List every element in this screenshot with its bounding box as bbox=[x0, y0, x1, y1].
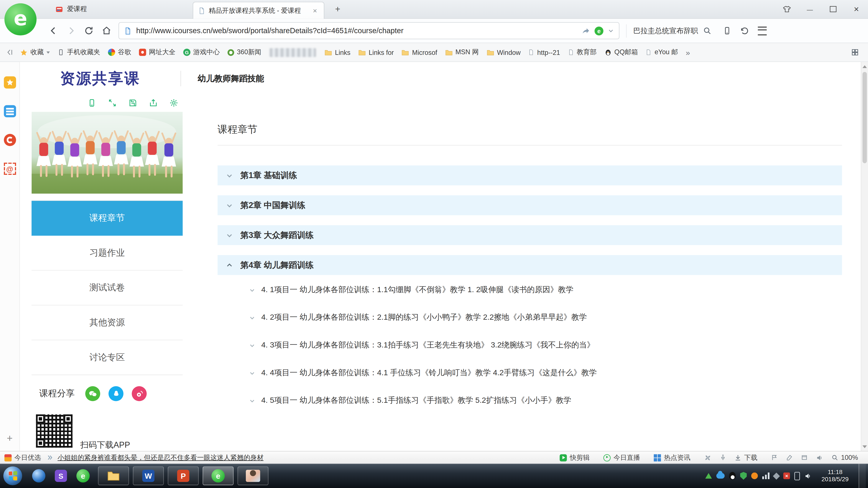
bookmark-folder-links[interactable]: Links bbox=[320, 45, 354, 59]
apps-grid-icon[interactable] bbox=[845, 48, 865, 56]
scrollbar-thumb[interactable] bbox=[862, 72, 867, 163]
hot-search-text[interactable]: 巴拉圭总统宣布辞职 bbox=[633, 26, 698, 36]
weibo-share-icon[interactable] bbox=[132, 386, 147, 401]
bookmark-sites[interactable]: 网址大全 bbox=[135, 45, 179, 59]
taskbar-word-button[interactable] bbox=[133, 466, 164, 485]
window-icon[interactable] bbox=[801, 454, 808, 461]
section-row-4[interactable]: 4. 4项目一 幼儿身体各部位训练：4.1 手位练习《铃儿响叮当》教学 4.2手… bbox=[249, 368, 842, 378]
bookmark-folder-msn[interactable]: MSN 网 bbox=[441, 45, 483, 59]
show-desktop-button[interactable] bbox=[859, 464, 866, 488]
bookmark-mobile-favs[interactable]: 手机收藏夹 bbox=[54, 45, 104, 59]
main-menu-button[interactable] bbox=[753, 22, 771, 40]
taskbar-browser-button[interactable] bbox=[203, 466, 234, 485]
tray-qq-icon[interactable] bbox=[729, 472, 736, 480]
section-row-5[interactable]: 4. 5项目一 幼儿身体各部位训练：5.1手指练习《手指歌》教学 5.2扩指练习… bbox=[249, 396, 842, 405]
search-icon[interactable] bbox=[703, 27, 711, 35]
chevron-down-icon[interactable] bbox=[249, 370, 255, 376]
tray-phone-icon[interactable] bbox=[795, 472, 800, 480]
fullscreen-icon[interactable] bbox=[108, 98, 117, 107]
browser-logo-icon[interactable] bbox=[4, 3, 36, 35]
pinwheel-icon[interactable] bbox=[704, 454, 712, 461]
site-logo[interactable]: 资源共享课 bbox=[20, 69, 181, 89]
save-icon[interactable] bbox=[128, 98, 137, 107]
bookmark-folder-microsoft[interactable]: Microsof bbox=[398, 45, 441, 59]
pin-icon[interactable] bbox=[720, 454, 726, 461]
chevron-down-icon[interactable] bbox=[249, 315, 255, 321]
maximize-button[interactable] bbox=[822, 0, 845, 18]
home-button[interactable] bbox=[97, 22, 115, 40]
chapter-row-4[interactable]: 第4章 幼儿舞蹈训练 bbox=[218, 255, 842, 275]
export-icon[interactable] bbox=[149, 98, 158, 107]
skin-button[interactable] bbox=[775, 0, 798, 18]
section-row-1[interactable]: 4. 1项目一 幼儿身体各部位训练：1.1勾绷脚《不倒翁》教学 1. 2吸伸腿《… bbox=[249, 285, 842, 295]
hot-search[interactable]: 巴拉圭总统宣布辞职 bbox=[626, 24, 718, 37]
chapter-row-2[interactable]: 第2章 中国舞训练 bbox=[218, 195, 842, 215]
bookmark-http21[interactable]: http--21 bbox=[525, 45, 564, 59]
quick-clip[interactable]: 快剪辑 bbox=[560, 453, 590, 462]
side-panel-icon[interactable] bbox=[4, 105, 16, 117]
close-button[interactable] bbox=[845, 0, 868, 18]
qq-share-icon[interactable] bbox=[108, 386, 123, 401]
today-picks[interactable]: 今日优选 bbox=[4, 453, 41, 462]
taskbar-explorer-button[interactable] bbox=[98, 466, 129, 485]
menu-item-homework[interactable]: 习题作业 bbox=[31, 236, 183, 271]
section-row-3[interactable]: 4. 3项目一 幼儿身体各部位训练：3.1拍手练习《王老先生有块地》 3.2绕腕… bbox=[249, 340, 842, 350]
tray-green-icon[interactable] bbox=[705, 473, 712, 479]
tab-icourse[interactable]: 爱课程 bbox=[48, 0, 95, 18]
tray-shield-icon[interactable] bbox=[740, 472, 747, 480]
tray-speaker-icon[interactable] bbox=[804, 472, 812, 479]
quicklaunch-browser-icon[interactable] bbox=[76, 469, 90, 483]
download-button[interactable]: 下载 bbox=[735, 453, 757, 462]
tray-network-icon[interactable] bbox=[762, 473, 770, 479]
taskbar-clock[interactable]: 11:18 2018/5/29 bbox=[816, 469, 854, 483]
tab-active[interactable]: 精品开放课程共享系统 - 爱课程 bbox=[193, 2, 324, 19]
live-today[interactable]: 今日直播 bbox=[603, 453, 640, 462]
new-tab-button[interactable] bbox=[331, 4, 344, 15]
address-bar[interactable]: http://www.icourses.cn/web/sword/portal/… bbox=[119, 22, 620, 39]
taskbar-ppt-button[interactable] bbox=[168, 466, 199, 485]
taskbar-image-button[interactable] bbox=[238, 466, 269, 485]
quicklaunch-globe-icon[interactable] bbox=[31, 469, 46, 483]
menu-item-discussion[interactable]: 讨论专区 bbox=[31, 340, 183, 375]
scroll-up-icon[interactable] bbox=[861, 62, 868, 70]
tab-close-icon[interactable] bbox=[311, 7, 319, 14]
back-button[interactable] bbox=[44, 22, 62, 40]
favorites-star-icon[interactable] bbox=[4, 76, 16, 89]
share-icon[interactable] bbox=[582, 27, 590, 35]
section-row-2[interactable]: 4. 2项目一 幼儿身体各部位训练：2.1脚的练习《小小鸭子》教学 2.2擦地《… bbox=[249, 313, 842, 323]
forward-button[interactable] bbox=[62, 22, 80, 40]
gear-icon[interactable] bbox=[169, 98, 178, 107]
phone-sync-button[interactable] bbox=[718, 22, 736, 40]
chevron-down-icon[interactable] bbox=[249, 287, 255, 293]
chevron-down-icon[interactable] bbox=[226, 232, 233, 239]
minimize-button[interactable] bbox=[798, 0, 822, 18]
mention-at-icon[interactable] bbox=[4, 163, 16, 175]
add-panel-button[interactable] bbox=[7, 433, 12, 445]
mobile-icon[interactable] bbox=[88, 98, 96, 107]
refresh-button[interactable] bbox=[80, 22, 97, 40]
menu-item-chapters[interactable]: 课程章节 bbox=[31, 201, 183, 236]
url-text[interactable]: http://www.icourses.cn/web/sword/portal/… bbox=[136, 27, 578, 35]
chapter-row-1[interactable]: 第1章 基础训练 bbox=[218, 165, 842, 186]
page-scrollbar[interactable] bbox=[861, 62, 868, 451]
chapter-row-3[interactable]: 第3章 大众舞蹈训练 bbox=[218, 225, 842, 245]
chevron-down-icon[interactable] bbox=[249, 342, 255, 348]
bookmark-qq-mail[interactable]: QQ邮箱 bbox=[600, 45, 642, 59]
brush-icon[interactable] bbox=[786, 454, 793, 461]
start-button[interactable] bbox=[3, 466, 22, 485]
collapse-bar-icon[interactable] bbox=[3, 48, 16, 56]
bookmarks-overflow-button[interactable]: » bbox=[682, 45, 694, 59]
quicklaunch-sogou-icon[interactable] bbox=[54, 469, 68, 483]
speaker-icon[interactable] bbox=[816, 454, 823, 461]
chevron-down-icon[interactable] bbox=[226, 202, 233, 209]
bookmark-game-center[interactable]: 游戏中心 bbox=[180, 45, 224, 59]
menu-item-tests[interactable]: 测试试卷 bbox=[31, 270, 183, 305]
chevron-down-icon[interactable] bbox=[226, 172, 233, 179]
undo-button[interactable] bbox=[736, 22, 753, 40]
tray-error-icon[interactable] bbox=[783, 473, 790, 479]
double-chevron-icon[interactable] bbox=[46, 454, 53, 461]
hot-news[interactable]: 热点资讯 bbox=[654, 453, 690, 462]
bookmark-folder-windows[interactable]: Window bbox=[483, 45, 525, 59]
menu-item-resources[interactable]: 其他资源 bbox=[31, 305, 183, 340]
bookmark-360-news[interactable]: 360新闻 bbox=[224, 45, 265, 59]
